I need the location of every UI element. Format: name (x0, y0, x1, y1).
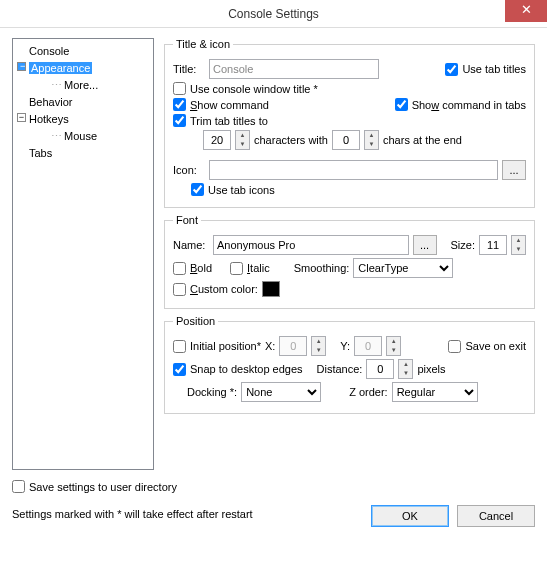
zorder-label: Z order: (349, 386, 388, 398)
color-swatch[interactable] (262, 281, 280, 297)
font-name-label: Name: (173, 239, 209, 251)
font-name-input[interactable] (213, 235, 409, 255)
trim-chars-input[interactable] (203, 130, 231, 150)
legend-position: Position (173, 315, 218, 327)
tree-item-hotkeys[interactable]: −Hotkeys (15, 111, 151, 128)
y-spinner: ▲▼ (386, 336, 401, 356)
save-on-exit-label: Save on exit (465, 340, 526, 352)
use-console-window-checkbox[interactable] (173, 82, 186, 95)
custom-color-label: Custom color: (190, 283, 258, 295)
use-tab-icons-label: Use tab icons (208, 184, 275, 196)
pixels-label: pixels (417, 363, 445, 375)
save-to-user-dir-checkbox[interactable] (12, 480, 25, 493)
chars-end-label: chars at the end (383, 134, 462, 146)
ok-button[interactable]: OK (371, 505, 449, 527)
legend-font: Font (173, 214, 201, 226)
save-to-user-dir-label: Save settings to user directory (29, 481, 177, 493)
snap-label: Snap to desktop edges (190, 363, 303, 375)
trim-chars-spinner[interactable]: ▲▼ (235, 130, 250, 150)
icon-input (209, 160, 498, 180)
legend-title-icon: Title & icon (173, 38, 233, 50)
distance-spinner[interactable]: ▲▼ (398, 359, 413, 379)
title-label: Title: (173, 63, 205, 75)
distance-label: Distance: (317, 363, 363, 375)
tree-item-tabs[interactable]: Tabs (15, 145, 151, 162)
tree-item-more[interactable]: More... (15, 77, 151, 94)
end-chars-input[interactable] (332, 130, 360, 150)
tree-item-mouse[interactable]: Mouse (15, 128, 151, 145)
show-command-label: Show command (190, 99, 269, 111)
window-title: Console Settings (228, 7, 319, 21)
tree-item-appearance[interactable]: −Appearance (15, 60, 151, 77)
tree-item-behavior[interactable]: Behavior (15, 94, 151, 111)
custom-color-checkbox[interactable] (173, 283, 186, 296)
italic-label: Italic (247, 262, 270, 274)
settings-tree[interactable]: Console−AppearanceMore...Behavior−Hotkey… (12, 38, 154, 470)
tree-toggle-icon[interactable]: − (17, 62, 26, 71)
docking-select[interactable]: None (241, 382, 321, 402)
font-size-input[interactable] (479, 235, 507, 255)
group-font: Font Name: ... Size: ▲▼ Bold Italic Smoo… (164, 214, 535, 309)
font-browse-button[interactable]: ... (413, 235, 437, 255)
end-chars-spinner[interactable]: ▲▼ (364, 130, 379, 150)
smoothing-select[interactable]: ClearType (353, 258, 453, 278)
title-input[interactable] (209, 59, 379, 79)
smoothing-label: Smoothing: (294, 262, 350, 274)
close-icon[interactable]: ✕ (505, 0, 547, 22)
x-label: X: (265, 340, 275, 352)
snap-checkbox[interactable] (173, 363, 186, 376)
icon-label: Icon: (173, 164, 205, 176)
show-command-tabs-label: Show command in tabs (412, 99, 526, 111)
x-spinner: ▲▼ (311, 336, 326, 356)
x-input (279, 336, 307, 356)
trim-tab-label: Trim tab titles to (190, 115, 268, 127)
use-tab-titles-checkbox[interactable] (445, 63, 458, 76)
distance-input[interactable] (366, 359, 394, 379)
font-size-spinner[interactable]: ▲▼ (511, 235, 526, 255)
use-console-window-label: Use console window title * (190, 83, 318, 95)
initial-position-label: Initial position* (190, 340, 261, 352)
initial-position-checkbox[interactable] (173, 340, 186, 353)
restart-note: Settings marked with * will take effect … (12, 508, 253, 520)
tree-item-console[interactable]: Console (15, 43, 151, 60)
bold-checkbox[interactable] (173, 262, 186, 275)
save-on-exit-checkbox[interactable] (448, 340, 461, 353)
trim-tab-checkbox[interactable] (173, 114, 186, 127)
use-tab-icons-checkbox[interactable] (191, 183, 204, 196)
use-tab-titles-label: Use tab titles (462, 63, 526, 75)
show-command-checkbox[interactable] (173, 98, 186, 111)
show-command-tabs-checkbox[interactable] (395, 98, 408, 111)
titlebar: Console Settings ✕ (0, 0, 547, 28)
zorder-select[interactable]: Regular (392, 382, 478, 402)
tree-toggle-icon[interactable]: − (17, 113, 26, 122)
italic-checkbox[interactable] (230, 262, 243, 275)
icon-browse-button[interactable]: ... (502, 160, 526, 180)
y-label: Y: (340, 340, 350, 352)
bold-label: Bold (190, 262, 212, 274)
cancel-button[interactable]: Cancel (457, 505, 535, 527)
group-position: Position Initial position* X: ▲▼ Y: ▲▼ S… (164, 315, 535, 414)
font-size-label: Size: (451, 239, 475, 251)
docking-label: Docking *: (187, 386, 237, 398)
y-input (354, 336, 382, 356)
group-title-icon: Title & icon Title: Use tab titles Use c… (164, 38, 535, 208)
chars-with-label: characters with (254, 134, 328, 146)
